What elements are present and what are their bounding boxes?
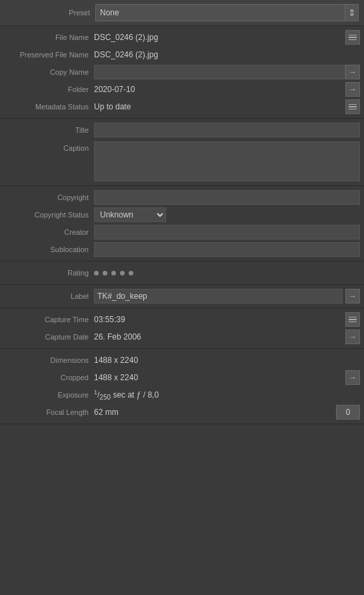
arrow-right-icon-4: → — [349, 332, 357, 342]
creator-label: Creator — [4, 228, 94, 236]
rating-label: Rating — [4, 269, 94, 277]
copy-name-arrow-btn[interactable]: → — [345, 65, 360, 79]
folder-row: Folder 2020-07-10 → — [0, 81, 364, 98]
copyright-section: Copyright Copyright Status Unknown Copyr… — [0, 186, 364, 261]
exposure-sup: 1 — [94, 389, 97, 396]
sublocation-label: Sublocation — [4, 245, 94, 253]
preserved-file-name-row: Preserved File Name DSC_0246 (2).jpg — [0, 46, 364, 63]
cropped-value: 1488 x 2240 — [94, 373, 345, 382]
capture-time-value: 03:55:39 — [94, 315, 345, 324]
metadata-panel: Preset None ⇕ File Name DSC_0246 (2).jpg… — [0, 0, 364, 424]
exposure-sub: 250 — [99, 394, 111, 401]
title-input[interactable] — [94, 123, 360, 137]
cropped-arrow-btn[interactable]: → — [345, 370, 360, 385]
image-info-section: Dimensions 1488 x 2240 Cropped 1488 x 22… — [0, 349, 364, 424]
copyright-status-row: Copyright Status Unknown Copyrighted Pub… — [0, 206, 364, 223]
label-input[interactable] — [94, 289, 343, 304]
focal-length-value: 62 mm — [94, 408, 333, 417]
copy-name-row: Copy Name → — [0, 63, 364, 81]
capture-time-row: Capture Time 03:55:39 — [0, 311, 364, 328]
capture-time-label: Capture Time — [4, 316, 94, 324]
sublocation-input[interactable] — [94, 242, 360, 257]
preset-arrow-icon[interactable]: ⇕ — [345, 4, 359, 21]
caption-textarea[interactable] — [94, 141, 360, 181]
caption-label: Caption — [4, 141, 94, 152]
rating-dot-1[interactable] — [94, 271, 99, 275]
copyright-status-select-wrap: Unknown Copyrighted Public Domain — [94, 207, 360, 222]
title-row: Title — [0, 121, 364, 139]
metadata-status-list-btn[interactable] — [345, 99, 360, 114]
dimensions-value: 1488 x 2240 — [94, 356, 360, 365]
arrow-right-icon-2: → — [349, 85, 357, 94]
rating-dot-4[interactable] — [120, 271, 125, 275]
capture-section: Capture Time 03:55:39 Capture Date 26. F… — [0, 308, 364, 349]
label-row-wrap: → — [94, 289, 360, 304]
arrow-right-icon-5: → — [349, 373, 357, 382]
exposure-row: Exposure 1/250 sec at ƒ / 8,0 — [0, 386, 364, 404]
copyright-status-select[interactable]: Unknown Copyrighted Public Domain — [94, 207, 166, 222]
focal-row-wrap: 62 mm — [94, 405, 360, 420]
sublocation-row: Sublocation — [0, 241, 364, 258]
list-icon-2 — [349, 104, 357, 110]
preset-select-wrap: None ⇕ — [95, 4, 359, 21]
arrow-right-icon-3: → — [349, 291, 357, 301]
capture-date-row: Capture Date 26. Feb 2006 → — [0, 328, 364, 346]
metadata-status-row: Metadata Status Up to date — [0, 98, 364, 115]
capture-date-label: Capture Date — [4, 333, 94, 341]
dimensions-label: Dimensions — [4, 356, 94, 364]
copyright-status-label: Copyright Status — [4, 211, 94, 219]
list-icon — [349, 35, 357, 41]
capture-date-value: 26. Feb 2006 — [94, 332, 345, 342]
capture-date-arrow-btn[interactable]: → — [345, 330, 360, 344]
arrow-right-icon: → — [349, 67, 357, 77]
exposure-value: 1/250 sec at ƒ / 8,0 — [94, 389, 159, 401]
rating-section: Rating — [0, 261, 364, 285]
focal-length-row: Focal Length 62 mm — [0, 404, 364, 421]
folder-label: Folder — [4, 85, 94, 93]
preset-select[interactable]: None — [95, 4, 345, 21]
rating-dots[interactable] — [94, 271, 133, 275]
creator-input[interactable] — [94, 225, 360, 239]
preserved-file-name-label: Preserved File Name — [4, 51, 94, 59]
title-label: Title — [4, 126, 94, 134]
metadata-status-label: Metadata Status — [4, 103, 94, 111]
focal-length-label: Focal Length — [4, 408, 94, 416]
label-section: Label → — [0, 285, 364, 308]
focal-length-input[interactable] — [336, 405, 360, 420]
file-name-value: DSC_0246 (2).jpg — [94, 33, 345, 42]
folder-arrow-btn[interactable]: → — [345, 82, 360, 97]
exposure-label: Exposure — [4, 391, 94, 399]
label-arrow-btn[interactable]: → — [345, 289, 360, 304]
title-caption-section: Title Caption — [0, 119, 364, 186]
cropped-row: Cropped 1488 x 2240 → — [0, 369, 364, 386]
rating-dot-5[interactable] — [129, 271, 133, 275]
cropped-label: Cropped — [4, 374, 94, 382]
file-info-section: File Name DSC_0246 (2).jpg Preserved Fil… — [0, 26, 364, 119]
rating-dot-3[interactable] — [111, 271, 116, 275]
copy-name-label: Copy Name — [4, 68, 94, 76]
preserved-file-name-value: DSC_0246 (2).jpg — [94, 50, 360, 59]
copy-name-input[interactable] — [94, 65, 345, 79]
copyright-row: Copyright — [0, 189, 364, 206]
copyright-input[interactable] — [94, 190, 360, 205]
rating-row: Rating — [0, 264, 364, 281]
preset-row: Preset None ⇕ — [0, 0, 364, 26]
capture-time-list-btn[interactable] — [345, 312, 360, 327]
label-field-label: Label — [4, 292, 94, 300]
file-name-icon-btn[interactable] — [345, 30, 360, 45]
dimensions-row: Dimensions 1488 x 2240 — [0, 352, 364, 369]
file-name-label: File Name — [4, 33, 94, 41]
creator-row: Creator — [0, 223, 364, 241]
caption-row: Caption — [0, 139, 364, 183]
label-row: Label → — [0, 287, 364, 305]
rating-dot-2[interactable] — [103, 271, 107, 275]
metadata-status-value: Up to date — [94, 102, 345, 111]
copyright-label: Copyright — [4, 193, 94, 201]
file-name-row: File Name DSC_0246 (2).jpg — [0, 29, 364, 46]
preset-label: Preset — [5, 9, 95, 17]
list-icon-3 — [349, 317, 357, 323]
folder-value: 2020-07-10 — [94, 85, 345, 94]
